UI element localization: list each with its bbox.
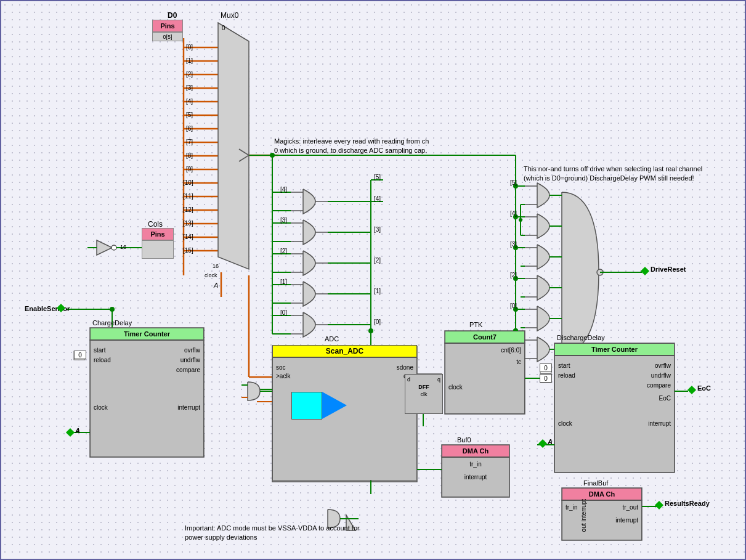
adc-header: Scan_ADC: [272, 345, 417, 357]
finalbuf-trin-label: tr_in: [566, 504, 577, 511]
adc-soc-label: soc: [276, 364, 286, 371]
mux-output-16: 16: [213, 263, 219, 269]
buf0-title: Buf0: [457, 436, 471, 444]
buf0-body: tr_in interrupt: [442, 457, 509, 497]
svg-marker-151: [97, 240, 112, 255]
finalbuf-trout-label: tr_out: [622, 504, 638, 511]
nor-right-out-4: [4]: [374, 195, 381, 202]
nor-left-label-0: [0]: [280, 309, 287, 316]
nor-right-out-1: [1]: [374, 288, 381, 294]
charge-delay-header: Timer Counter: [90, 328, 204, 340]
adc-title: ADC: [325, 335, 339, 343]
finalbuf-body: tr_in tr_out interrupt: [562, 500, 642, 540]
svg-point-93: [519, 218, 522, 222]
count7-cnt-label: cnt[6:0]: [448, 347, 521, 354]
nor-r-in-3: [3]: [510, 241, 517, 248]
finalbuf-header: DMA Ch: [562, 488, 642, 500]
svg-point-160: [368, 328, 373, 333]
adc-aclk-label: >aclk: [276, 373, 291, 379]
d0-label: D0: [168, 11, 177, 20]
pins-d0-block: Pins: [152, 20, 183, 32]
cd-clock-label: clock: [94, 404, 108, 411]
mux-clock-label: clock: [205, 272, 217, 278]
magicks-annotation: Magicks: interleave every read with read…: [274, 137, 434, 156]
dff-q-label: q: [437, 376, 440, 383]
buf0-trin-label: tr_in: [469, 461, 481, 468]
count7-body: cnt[6:0] tc clock: [445, 343, 525, 414]
count7-header: Count7: [445, 331, 525, 343]
discharge-clock-diamond: [538, 439, 547, 448]
pin-label-9: [9]: [186, 166, 193, 172]
charge-delay-title: ChargeDelay: [92, 319, 132, 327]
dff-block: d q DFF clk: [405, 374, 443, 414]
nor-right-out-3: [3]: [374, 226, 381, 233]
adc-body: soc sdone >aclk eos 0 vref vdda A: [272, 357, 417, 481]
dd-ovrflw-label: ovrflw: [655, 362, 671, 369]
pin-label-3: [3]: [186, 84, 193, 91]
charge-delay-clock-diamond: [66, 428, 75, 437]
pin-label-13: [13]: [183, 220, 193, 227]
dd-reload-label: reload: [558, 372, 575, 379]
cd-start-label: start: [94, 347, 105, 354]
drive-reset-diamond: [641, 267, 649, 275]
pin-label-0: [0]: [186, 44, 193, 51]
nor-right-out-5: [5]: [374, 174, 381, 181]
pin-label-5: [5]: [186, 112, 193, 118]
drive-reset-label: DriveReset: [651, 266, 686, 273]
cd-undrflw-label: undrflw: [180, 357, 200, 363]
finalbuf-interrupt-label: interrupt: [615, 517, 638, 524]
pin-label-12: [12]: [183, 206, 193, 213]
results-ready-label: ResultsReady: [665, 500, 710, 507]
cols-16-label: 16: [120, 244, 126, 250]
mux0-label: Mux0: [221, 11, 238, 20]
cd-compare-label: compare: [176, 367, 200, 373]
nor-r-in-5: [5]: [510, 179, 517, 186]
eoc-label: EoC: [697, 384, 711, 392]
svg-point-106: [110, 307, 115, 312]
discharge-clock-a: A: [548, 438, 553, 445]
svg-marker-17: [218, 23, 249, 269]
svg-point-63: [597, 269, 603, 275]
nor-r-in-0: [0]: [510, 302, 517, 309]
pin-label-11: [11]: [183, 193, 193, 200]
pin-label-8: [8]: [186, 152, 193, 159]
svg-point-152: [111, 245, 116, 250]
cd-ovrflw-label: ovrflw: [184, 347, 200, 354]
nor-left-label-1: [1]: [280, 278, 287, 285]
pins-d0-value: 0[5]: [152, 32, 183, 41]
cd-interrupt-label: interrupt: [177, 404, 200, 411]
pin-label-6: [6]: [186, 125, 193, 132]
buf0-header: DMA Ch: [442, 445, 509, 457]
pins-cols-block: Pins: [142, 228, 174, 240]
nor-r-in-4: [4]: [510, 210, 517, 217]
discharge-delay-title: DischargeDelay: [557, 334, 605, 341]
charge-delay-start-zero: 0: [74, 351, 86, 359]
charge-delay-clock-a: A: [75, 427, 80, 434]
nor-and-annotation: This nor-and turns off drive when select…: [524, 164, 721, 184]
nor-right-out-2: [2]: [374, 257, 381, 264]
charge-delay-body: start ovrflw reload undrflw compare cloc…: [90, 340, 204, 457]
count7-tc-zero: 0: [540, 374, 552, 383]
nor-left-label-3: [3]: [280, 217, 287, 224]
dd-eoc-wire: EoC: [659, 395, 671, 402]
nor-left-label-2: [2]: [280, 248, 287, 254]
mux-internal-label: 0: [222, 25, 225, 31]
pin-label-4: [4]: [186, 98, 193, 105]
cols-label: Cols: [148, 220, 163, 229]
pin-label-1: [1]: [186, 57, 193, 64]
dd-interrupt-label: interrupt: [648, 420, 671, 427]
adc-sdone-label: sdone: [397, 364, 413, 371]
mux-clock-a: A: [214, 282, 218, 289]
pin-label-10: [10]: [183, 179, 193, 186]
nor-left-label-4: [4]: [280, 186, 287, 193]
pin-label-2: [2]: [186, 71, 193, 78]
dff-d-label: d: [407, 376, 410, 383]
cd-reload-label: reload: [94, 357, 111, 363]
out-interrupt-label: out interrupt: [580, 499, 587, 532]
nor-right-out-0: [0]: [374, 319, 381, 325]
pin-label-15: [15]: [183, 247, 193, 254]
count7-clock-label: clock: [448, 384, 521, 391]
count7-tc-label: tc: [448, 359, 521, 365]
dd-start-label: start: [558, 362, 570, 369]
nor-r-in-2: [2]: [510, 272, 517, 278]
